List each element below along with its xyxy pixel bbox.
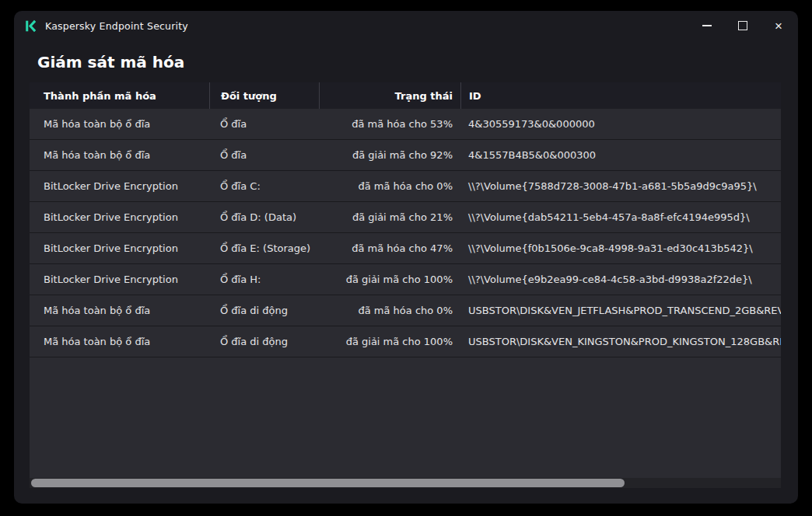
kaspersky-logo-icon bbox=[24, 19, 37, 33]
cell-object: Ổ đĩa H: bbox=[209, 264, 319, 295]
window-title: Kaspersky Endpoint Security bbox=[45, 20, 188, 32]
cell-status: đã mã hóa cho 53% bbox=[319, 109, 460, 139]
minimize-icon bbox=[702, 25, 712, 26]
table-body: Mã hóa toàn bộ ổ đĩa Ổ đĩa đã mã hóa cho… bbox=[30, 109, 781, 357]
table-row[interactable]: BitLocker Drive Encryption Ổ đĩa D: (Dat… bbox=[30, 202, 781, 233]
cell-component: BitLocker Drive Encryption bbox=[30, 202, 209, 232]
cell-status: đã giải mã cho 100% bbox=[319, 326, 460, 357]
maximize-icon bbox=[738, 21, 747, 30]
cell-object: Ổ đĩa di động bbox=[209, 295, 319, 326]
cell-component: Mã hóa toàn bộ ổ đĩa bbox=[30, 109, 209, 139]
title-bar: Kaspersky Endpoint Security × bbox=[14, 11, 798, 40]
column-header-id: ID bbox=[460, 82, 781, 109]
table-empty-area bbox=[30, 357, 781, 478]
cell-component: Mã hóa toàn bộ ổ đĩa bbox=[30, 140, 209, 170]
cell-object: Ổ đĩa D: (Data) bbox=[209, 202, 319, 232]
table-row[interactable]: BitLocker Drive Encryption Ổ đĩa E: (Sto… bbox=[30, 233, 781, 264]
column-header-status: Trạng thái bbox=[319, 82, 460, 109]
table-row[interactable]: Mã hóa toàn bộ ổ đĩa Ổ đĩa di động đã gi… bbox=[30, 326, 781, 357]
close-icon: × bbox=[775, 19, 782, 33]
table-header-row: Thành phần mã hóa Đối tượng Trạng thái I… bbox=[30, 82, 781, 109]
table-row[interactable]: BitLocker Drive Encryption Ổ đĩa C: đã m… bbox=[30, 171, 781, 202]
table-row[interactable]: Mã hóa toàn bộ ổ đĩa Ổ đĩa đã giải mã ch… bbox=[30, 140, 781, 171]
window-controls: × bbox=[689, 11, 796, 40]
column-header-object: Đối tượng bbox=[209, 82, 319, 109]
maximize-button[interactable] bbox=[725, 12, 761, 39]
cell-id: \\?\Volume{7588d728-3008-47b1-a681-5b5a9… bbox=[460, 171, 781, 201]
cell-component: BitLocker Drive Encryption bbox=[30, 233, 209, 263]
cell-id: USBSTOR\DISK&VEN_KINGSTON&PROD_KINGSTON_… bbox=[460, 326, 781, 357]
cell-object: Ổ đĩa di động bbox=[209, 326, 319, 357]
cell-component: Mã hóa toàn bộ ổ đĩa bbox=[30, 295, 209, 326]
horizontal-scrollbar[interactable] bbox=[30, 478, 781, 488]
table-row[interactable]: Mã hóa toàn bộ ổ đĩa Ổ đĩa đã mã hóa cho… bbox=[30, 109, 781, 140]
scrollbar-thumb[interactable] bbox=[31, 479, 625, 487]
cell-id: USBSTOR\DISK&VEN_JETFLASH&PROD_TRANSCEND… bbox=[460, 295, 781, 326]
column-header-component: Thành phần mã hóa bbox=[30, 82, 209, 109]
cell-status: đã mã hóa cho 0% bbox=[319, 171, 460, 201]
page-title: Giám sát mã hóa bbox=[37, 53, 798, 71]
cell-object: Ổ đĩa C: bbox=[209, 171, 319, 201]
cell-component: BitLocker Drive Encryption bbox=[30, 171, 209, 201]
cell-component: Mã hóa toàn bộ ổ đĩa bbox=[30, 326, 209, 357]
cell-id: 4&1557B4B5&0&000300 bbox=[460, 140, 781, 170]
table-row[interactable]: Mã hóa toàn bộ ổ đĩa Ổ đĩa di động đã mã… bbox=[30, 295, 781, 326]
cell-status: đã mã hóa cho 0% bbox=[319, 295, 460, 326]
cell-object: Ổ đĩa E: (Storage) bbox=[209, 233, 319, 263]
cell-status: đã giải mã cho 21% bbox=[319, 202, 460, 232]
cell-id: \\?\Volume{dab54211-5eb4-457a-8a8f-efc41… bbox=[460, 202, 781, 232]
cell-id: \\?\Volume{e9b2ea99-ce84-4c58-a3bd-d9938… bbox=[460, 264, 781, 295]
cell-object: Ổ đĩa bbox=[209, 140, 319, 170]
cell-id: \\?\Volume{f0b1506e-9ca8-4998-9a31-ed30c… bbox=[460, 233, 781, 263]
cell-id: 4&30559173&0&000000 bbox=[460, 109, 781, 139]
cell-object: Ổ đĩa bbox=[209, 109, 319, 139]
table-row[interactable]: BitLocker Drive Encryption Ổ đĩa H: đã g… bbox=[30, 264, 781, 295]
close-button[interactable]: × bbox=[761, 12, 796, 39]
cell-component: BitLocker Drive Encryption bbox=[30, 264, 209, 295]
encryption-monitoring-table: Thành phần mã hóa Đối tượng Trạng thái I… bbox=[30, 82, 781, 488]
cell-status: đã giải mã cho 92% bbox=[319, 140, 460, 170]
app-window: Kaspersky Endpoint Security × Giám sát m… bbox=[14, 11, 798, 504]
cell-status: đã giải mã cho 100% bbox=[319, 264, 460, 295]
minimize-button[interactable] bbox=[689, 12, 725, 39]
cell-status: đã mã hóa cho 47% bbox=[319, 233, 460, 263]
